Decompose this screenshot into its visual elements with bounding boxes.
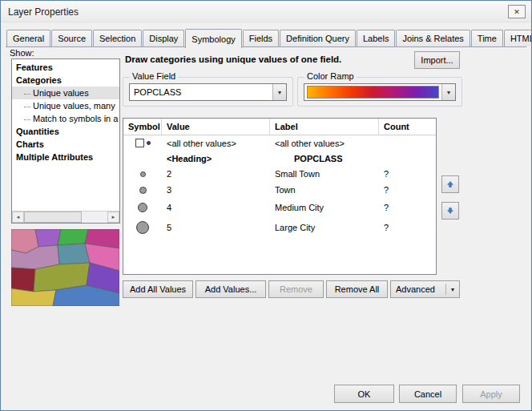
label-cell[interactable]: Town <box>270 185 379 195</box>
layer-properties-dialog: Layer Properties ✕ General Source Select… <box>0 0 532 411</box>
show-item-match-symbols[interactable]: Match to symbols in a <box>12 112 119 125</box>
title-bar[interactable]: Layer Properties ✕ <box>1 1 531 22</box>
scrollbar-thumb[interactable] <box>24 212 82 223</box>
advanced-button-label: Advanced <box>396 284 435 294</box>
point-symbol-icon[interactable] <box>139 187 147 194</box>
tab-display[interactable]: Display <box>143 30 184 46</box>
value-field-group-label: Value Field <box>130 71 178 81</box>
map-preview-svg <box>11 229 119 306</box>
window-title: Layer Properties <box>8 6 79 18</box>
apply-button[interactable]: Apply <box>462 385 520 403</box>
show-tree: Features Categories Unique values Unique… <box>11 58 120 224</box>
scroll-left-icon[interactable]: ◄ <box>12 212 24 223</box>
unique-values-table: Symbol Value Label Count <all other valu… <box>123 118 437 275</box>
table-row[interactable]: <all other values> <all other values> <box>123 135 436 151</box>
chevron-down-icon[interactable]: ▾ <box>441 84 455 100</box>
label-cell[interactable]: Medium City <box>270 203 379 212</box>
color-ramp-select[interactable]: ▾ <box>304 83 456 101</box>
label-cell[interactable]: Small Town <box>270 169 379 179</box>
column-header-value: Value <box>162 119 270 135</box>
color-ramp-group: Color Ramp ▾ <box>297 77 462 107</box>
value-cell: <Heading> <box>162 154 270 163</box>
tab-symbology[interactable]: Symbology <box>185 29 241 48</box>
scrollbar-track[interactable] <box>24 212 107 223</box>
tab-strip-baseline <box>6 46 526 47</box>
table-row[interactable]: 3 Town ? <box>123 182 436 198</box>
tab-strip: General Source Selection Display Symbolo… <box>6 29 532 46</box>
table-row[interactable]: 5 Large City ? <box>123 216 436 238</box>
show-item-multiple-attributes[interactable]: Multiple Attributes <box>12 151 119 163</box>
cancel-button[interactable]: Cancel <box>399 385 457 403</box>
tab-selection[interactable]: Selection <box>93 30 142 46</box>
tab-labels[interactable]: Labels <box>357 30 395 46</box>
value-cell: 4 <box>162 203 270 212</box>
point-symbol-icon[interactable] <box>136 221 149 234</box>
move-up-button[interactable] <box>441 175 459 193</box>
show-item-unique-values-many[interactable]: Unique values, many <box>12 99 119 112</box>
count-cell: ? <box>379 203 436 212</box>
chevron-down-icon: ▾ <box>445 284 454 295</box>
chevron-down-icon[interactable]: ▾ <box>272 84 286 100</box>
tab-source[interactable]: Source <box>51 30 92 46</box>
show-item-quantities[interactable]: Quantities <box>12 125 119 138</box>
show-item-categories[interactable]: Categories <box>12 74 119 87</box>
table-row[interactable]: 4 Medium City ? <box>123 198 436 216</box>
arrow-up-icon <box>447 179 453 190</box>
add-values-button[interactable]: Add Values... <box>195 280 266 298</box>
label-cell[interactable]: POPCLASS <box>270 154 379 163</box>
close-icon: ✕ <box>514 8 520 16</box>
remove-button[interactable]: Remove <box>268 280 324 298</box>
move-down-button[interactable] <box>441 202 459 220</box>
scroll-right-icon[interactable]: ► <box>107 212 119 223</box>
advanced-button[interactable]: Advanced ▾ <box>390 280 460 298</box>
remove-all-button[interactable]: Remove All <box>326 280 388 298</box>
arrow-down-icon <box>447 205 453 216</box>
value-cell: 5 <box>162 223 270 232</box>
tree-branch-line <box>24 94 30 95</box>
column-header-symbol: Symbol <box>123 119 162 135</box>
tab-joins-relates[interactable]: Joins & Relates <box>396 30 470 46</box>
all-other-values-checkbox[interactable] <box>135 139 144 147</box>
color-ramp-preview <box>307 86 439 99</box>
point-symbol-icon[interactable] <box>138 203 147 212</box>
label-cell[interactable]: <all other values> <box>270 139 379 148</box>
value-cell: 3 <box>162 185 270 195</box>
value-cell: <all other values> <box>162 139 270 148</box>
show-item-unique-values[interactable]: Unique values <box>12 87 119 99</box>
tab-fields[interactable]: Fields <box>243 30 279 46</box>
tab-general[interactable]: General <box>6 30 50 46</box>
label-cell[interactable]: Large City <box>270 223 379 232</box>
point-symbol-icon[interactable] <box>147 141 151 145</box>
show-item-features[interactable]: Features <box>12 61 119 74</box>
tree-branch-line <box>24 107 30 107</box>
value-field-selected: POPCLASS <box>130 87 272 97</box>
show-label: Show: <box>10 48 34 58</box>
table-row[interactable]: 2 Small Town ? <box>123 166 436 182</box>
ok-button[interactable]: OK <box>334 385 394 403</box>
show-item-charts[interactable]: Charts <box>12 138 119 151</box>
page-instruction: Draw categories using unique values of o… <box>125 54 341 64</box>
point-symbol-icon[interactable] <box>140 171 146 177</box>
close-button[interactable]: ✕ <box>508 5 526 18</box>
tree-branch-line <box>24 119 30 120</box>
value-cell: 2 <box>162 169 270 179</box>
color-ramp-group-label: Color Ramp <box>304 71 357 81</box>
tab-definition-query[interactable]: Definition Query <box>280 30 356 46</box>
add-all-values-button[interactable]: Add All Values <box>123 280 193 298</box>
count-cell: ? <box>379 169 436 179</box>
table-header-row: Symbol Value Label Count <box>123 119 436 135</box>
value-field-select[interactable]: POPCLASS ▾ <box>129 83 287 101</box>
import-button[interactable]: Import... <box>414 51 460 69</box>
value-field-group: Value Field POPCLASS ▾ <box>123 77 293 107</box>
count-cell: ? <box>379 185 436 195</box>
count-cell: ? <box>379 223 436 232</box>
column-header-label: Label <box>270 119 379 135</box>
layer-preview-image <box>11 229 119 306</box>
tab-html-popup[interactable]: HTML Popup <box>504 30 532 46</box>
column-header-count: Count <box>379 119 436 135</box>
tree-horizontal-scrollbar[interactable]: ◄ ► <box>12 211 119 223</box>
tab-time[interactable]: Time <box>471 30 503 46</box>
table-row[interactable]: <Heading> POPCLASS <box>123 151 436 166</box>
